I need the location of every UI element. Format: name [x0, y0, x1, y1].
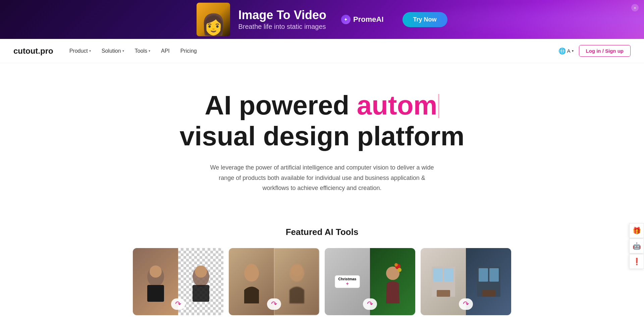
alert-button[interactable]: ❗: [629, 254, 644, 269]
nav-right: 🌐 A ▾ Log in / Sign up: [558, 45, 631, 57]
svg-point-2: [150, 266, 162, 278]
ad-title: Image To Video: [238, 8, 326, 22]
nav-pricing[interactable]: Pricing: [180, 48, 197, 54]
nav-api[interactable]: API: [161, 48, 170, 54]
product-chevron-icon: ▾: [89, 49, 91, 53]
svg-point-5: [195, 266, 207, 278]
tool-card-3[interactable]: Christmas + ↷: [325, 248, 415, 315]
featured-section: Featured AI Tools: [0, 213, 644, 315]
lang-label: A: [567, 48, 571, 54]
nav-product[interactable]: Product ▾: [69, 48, 91, 54]
solution-chevron-icon: ▾: [122, 49, 124, 53]
svg-rect-17: [437, 290, 450, 297]
navbar: cutout.pro Product ▾ Solution ▾ Tools ▾ …: [0, 39, 644, 63]
ad-content: Image To Video Breathe life into static …: [197, 3, 447, 36]
tool-card-4-arrow: ↷: [459, 298, 473, 310]
nav-links: Product ▾ Solution ▾ Tools ▾ API Pricing: [69, 48, 558, 54]
christmas-tag: Christmas +: [335, 275, 360, 288]
svg-rect-19: [479, 268, 488, 282]
svg-rect-20: [489, 268, 499, 282]
tools-grid: ↷: [7, 248, 637, 315]
lang-chevron-icon: ▾: [572, 49, 574, 53]
ad-brand-name: PromeAI: [353, 15, 383, 24]
tools-chevron-icon: ▾: [149, 49, 150, 53]
try-now-button[interactable]: Try Now: [402, 12, 447, 27]
ad-brand: ✦ PromeAI: [341, 15, 383, 24]
hero-title: AI powered autom visual design platform: [179, 90, 464, 152]
gift-button[interactable]: 🎁: [629, 223, 644, 238]
svg-point-9: [291, 264, 303, 276]
tool-card-1[interactable]: ↷: [133, 248, 223, 315]
typing-cursor: [438, 94, 439, 118]
ad-banner: Image To Video Breathe life into static …: [0, 0, 644, 39]
svg-rect-21: [482, 290, 495, 297]
svg-rect-4: [193, 285, 209, 302]
ad-close-button[interactable]: ×: [631, 4, 639, 11]
language-selector[interactable]: 🌐 A ▾: [558, 47, 574, 55]
hero-title-prefix: AI powered: [205, 90, 357, 120]
featured-title: Featured AI Tools: [7, 227, 637, 237]
svg-point-7: [246, 264, 258, 276]
hero-title-line2: visual design platform: [179, 121, 464, 151]
tool-card-2[interactable]: ↷: [229, 248, 319, 315]
promeai-icon: ✦: [341, 15, 351, 24]
svg-point-12: [397, 268, 401, 272]
hero-subtitle: We leverage the power of artificial inte…: [208, 162, 436, 193]
hero-section: AI powered autom visual design platform …: [0, 63, 644, 213]
hero-title-highlight: autom: [357, 90, 437, 120]
tool-card-2-arrow: ↷: [267, 298, 281, 310]
svg-point-13: [394, 263, 398, 267]
login-button[interactable]: Log in / Sign up: [579, 45, 631, 57]
svg-rect-16: [444, 268, 453, 282]
ad-image: [197, 3, 230, 36]
svg-rect-1: [147, 285, 164, 302]
nav-tools[interactable]: Tools ▾: [135, 48, 150, 54]
avatar-button[interactable]: 🤖: [629, 239, 644, 253]
ad-subtitle: Breathe life into static images: [238, 23, 326, 31]
tool-card-1-arrow: ↷: [171, 298, 185, 310]
nav-solution[interactable]: Solution ▾: [102, 48, 124, 54]
svg-rect-15: [433, 268, 443, 282]
ad-text-block: Image To Video Breathe life into static …: [238, 8, 326, 31]
tool-card-3-arrow: ↷: [363, 298, 377, 310]
logo[interactable]: cutout.pro: [13, 46, 53, 56]
floating-sidebar: 🎁 🤖 ❗: [629, 223, 644, 269]
translate-icon: 🌐: [558, 47, 566, 55]
tool-card-4[interactable]: ↷: [421, 248, 511, 315]
